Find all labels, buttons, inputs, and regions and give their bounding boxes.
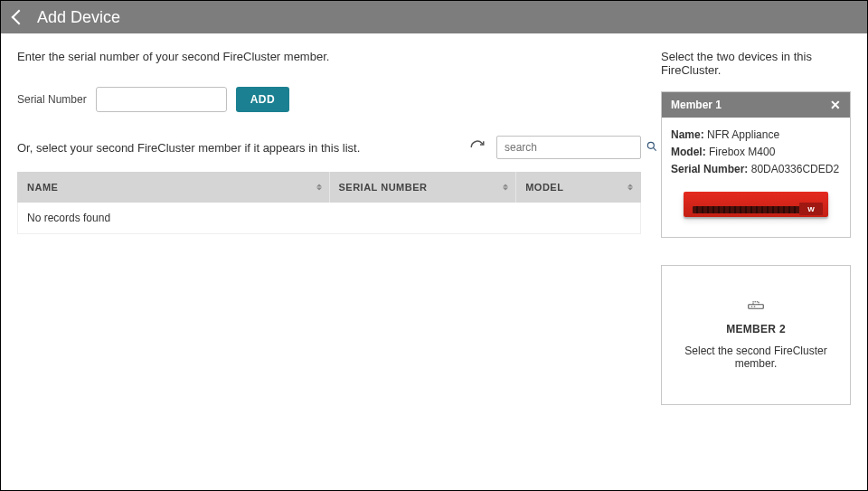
member1-serial-label: Serial Number:: [671, 163, 748, 175]
member1-model-value: Firebox M400: [709, 146, 775, 158]
col-serial-label: SERIAL NUMBER: [339, 182, 428, 193]
member1-model-label: Model:: [671, 146, 706, 158]
member2-title: MEMBER 2: [673, 323, 839, 335]
member1-name-value: NFR Appliance: [707, 128, 779, 141]
member2-card[interactable]: MEMBER 2 Select the second FireCluster m…: [661, 265, 851, 405]
page-header: Add Device: [1, 1, 867, 33]
select-instruction: Or, select your second FireCluster membe…: [17, 141, 360, 155]
col-serial[interactable]: SERIAL NUMBER: [329, 172, 516, 203]
serial-label: Serial Number: [17, 93, 87, 106]
svg-point-0: [647, 142, 654, 148]
refresh-icon[interactable]: [467, 137, 487, 157]
sort-icon: [627, 184, 633, 191]
search-box: [496, 136, 641, 159]
table-empty: No records found: [18, 203, 641, 234]
col-model-label: MODEL: [525, 182, 563, 193]
close-icon[interactable]: ✕: [830, 99, 841, 111]
member1-card: Member 1 ✕ Name: NFR Appliance Model: Fi…: [661, 91, 851, 238]
svg-rect-2: [749, 305, 764, 309]
page-title: Add Device: [37, 8, 120, 27]
back-icon[interactable]: [12, 10, 27, 25]
search-input[interactable]: [503, 140, 642, 155]
col-name[interactable]: NAME: [18, 172, 330, 203]
col-model[interactable]: MODEL: [516, 172, 641, 203]
member1-body: Name: NFR Appliance Model: Firebox M400 …: [662, 118, 850, 237]
search-controls: [467, 136, 641, 159]
right-panel: Select the two devices in this FireClust…: [661, 50, 851, 474]
svg-line-1: [653, 147, 656, 150]
select-row: Or, select your second FireCluster membe…: [17, 136, 641, 159]
sort-icon: [316, 184, 322, 191]
member1-name-label: Name:: [671, 128, 704, 141]
device-image: W: [671, 188, 841, 221]
member1-serial-value: 80DA0336CDED2: [751, 163, 839, 175]
serial-row: Serial Number ADD: [17, 87, 641, 112]
sort-icon: [503, 184, 508, 191]
add-device-page: Add Device Enter the serial number of yo…: [0, 0, 868, 491]
member1-title: Member 1: [671, 99, 722, 111]
member1-header: Member 1 ✕: [662, 92, 850, 118]
right-instruction: Select the two devices in this FireClust…: [661, 50, 851, 77]
member2-instruction: Select the second FireCluster member.: [673, 345, 839, 370]
left-panel: Enter the serial number of your second F…: [17, 50, 641, 474]
search-icon[interactable]: [646, 140, 658, 156]
serial-input[interactable]: [96, 87, 227, 112]
device-table: NAME SERIAL NUMBER MODEL: [17, 172, 641, 234]
device-placeholder-icon: [673, 300, 839, 316]
add-button[interactable]: ADD: [236, 87, 290, 112]
col-name-label: NAME: [27, 182, 58, 193]
enter-serial-instruction: Enter the serial number of your second F…: [17, 50, 641, 63]
page-content: Enter the serial number of your second F…: [1, 33, 867, 490]
